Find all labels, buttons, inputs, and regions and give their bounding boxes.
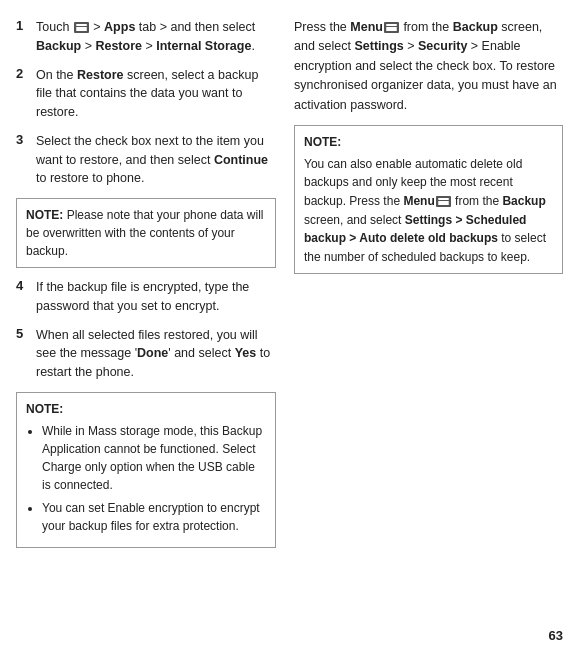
step-text: When all selected files restored, you wi… [36, 326, 276, 382]
step-number: 4 [16, 278, 32, 293]
step-text: Touch > Apps tab > and then select Backu… [36, 18, 276, 56]
left-column: 1Touch > Apps tab > and then select Back… [16, 18, 276, 558]
menu-icon [436, 196, 451, 207]
step: 3Select the check box next to the item y… [16, 132, 276, 188]
note-box-1: NOTE: Please note that your phone data w… [16, 198, 276, 268]
menu-icon [74, 22, 89, 33]
right-column: Press the Menu from the Backup screen, a… [294, 18, 563, 558]
steps-group-1: 1Touch > Apps tab > and then select Back… [16, 18, 276, 188]
note-bullet: While in Mass storage mode, this Backup … [42, 422, 266, 494]
step-number: 3 [16, 132, 32, 147]
note-bullet: You can set Enable encryption to encrypt… [42, 499, 266, 535]
page-number: 63 [549, 628, 563, 643]
note-bullets-2: While in Mass storage mode, this Backup … [26, 422, 266, 535]
note-title-2: NOTE: [26, 400, 266, 418]
step-number: 1 [16, 18, 32, 33]
note-title-right: NOTE: [304, 133, 553, 151]
page-container: 1Touch > Apps tab > and then select Back… [0, 0, 579, 576]
step-text: If the backup file is encrypted, type th… [36, 278, 276, 316]
note-box-2: NOTE: While in Mass storage mode, this B… [16, 392, 276, 548]
right-note-text: You can also enable automatic delete old… [304, 155, 553, 267]
menu-icon [384, 22, 399, 33]
note-title-1: NOTE: [26, 208, 63, 222]
step: 4If the backup file is encrypted, type t… [16, 278, 276, 316]
note-box-right: NOTE: You can also enable automatic dele… [294, 125, 563, 275]
step-text: Select the check box next to the item yo… [36, 132, 276, 188]
step: 1Touch > Apps tab > and then select Back… [16, 18, 276, 56]
step: 2On the Restore screen, select a backup … [16, 66, 276, 122]
right-main-text: Press the Menu from the Backup screen, a… [294, 18, 563, 115]
step-number: 2 [16, 66, 32, 81]
step: 5When all selected files restored, you w… [16, 326, 276, 382]
step-number: 5 [16, 326, 32, 341]
step-text: On the Restore screen, select a backup f… [36, 66, 276, 122]
steps-group-2: 4If the backup file is encrypted, type t… [16, 278, 276, 382]
